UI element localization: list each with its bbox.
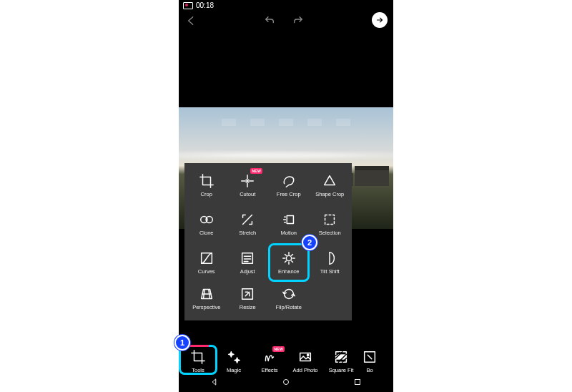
curves-icon xyxy=(199,250,214,266)
svg-point-9 xyxy=(307,354,308,356)
tiltshift-icon xyxy=(322,250,337,266)
active-underline xyxy=(187,345,209,347)
callout-1: 1 xyxy=(174,335,190,351)
tool-label: Cutout xyxy=(240,191,255,197)
svg-point-6 xyxy=(286,255,291,260)
nav-home-icon[interactable] xyxy=(281,377,291,390)
panel-spacer xyxy=(310,280,351,316)
squarefit-icon xyxy=(333,349,349,365)
tool-freecrop[interactable]: Free Crop xyxy=(268,166,310,205)
nav-recent-icon[interactable] xyxy=(352,377,363,390)
tool-perspective[interactable]: Perspective xyxy=(186,280,227,316)
tool-label: Flip/Rotate xyxy=(276,304,302,310)
tab-tools[interactable]: Tools xyxy=(180,349,216,373)
magic-icon xyxy=(226,349,242,365)
tab-border[interactable]: Bo xyxy=(359,349,380,373)
svg-point-13 xyxy=(284,380,289,385)
tab-label: Add Photo xyxy=(292,367,317,373)
tab-effects[interactable]: NEW Effects xyxy=(252,349,287,373)
tool-label: Curves xyxy=(198,268,215,275)
resize-icon xyxy=(240,286,255,302)
new-badge: NEW xyxy=(272,346,285,352)
selection-icon xyxy=(322,212,337,227)
tool-label: Motion xyxy=(280,230,297,236)
tool-resize[interactable]: Resize xyxy=(227,280,269,316)
record-icon xyxy=(183,2,193,9)
tool-label: Crop xyxy=(201,191,212,197)
tab-label: Magic xyxy=(227,367,241,373)
tool-label: Shape Crop xyxy=(315,191,344,197)
tool-label: Perspective xyxy=(192,304,220,310)
tool-adjust[interactable]: Adjust xyxy=(227,243,269,282)
tool-label: Stretch xyxy=(239,230,256,236)
tool-label: Free Crop xyxy=(277,191,301,197)
perspective-icon xyxy=(199,286,214,302)
svg-rect-3 xyxy=(325,215,335,225)
tool-label: Tilt Shift xyxy=(320,268,340,275)
crop-icon xyxy=(199,173,214,189)
tool-label: Clone xyxy=(199,230,214,236)
watermark-strip xyxy=(222,119,350,126)
back-arrow-icon[interactable] xyxy=(184,15,197,26)
tools-panel: Crop NEW Cutout Free Crop Shape Crop Clo… xyxy=(184,163,352,320)
tab-addphoto[interactable]: Add Photo xyxy=(287,349,323,373)
cutout-icon xyxy=(240,173,255,189)
tool-stretch[interactable]: Stretch xyxy=(227,205,269,243)
tool-fliprotate[interactable]: Flip/Rotate xyxy=(268,280,310,316)
tool-label: Selection xyxy=(319,230,341,236)
bottom-tab-bar: Tools Magic NEW Effects Add Photo Square… xyxy=(179,339,393,375)
nav-back-icon[interactable] xyxy=(209,377,220,390)
tool-shapecrop[interactable]: Shape Crop xyxy=(310,166,351,205)
android-nav-bar xyxy=(179,375,393,392)
freecrop-icon xyxy=(281,173,297,189)
tab-label: Bo xyxy=(366,367,373,373)
callout-2: 2 xyxy=(302,235,317,250)
tool-cutout[interactable]: NEW Cutout xyxy=(227,166,269,205)
enhance-icon xyxy=(281,250,297,266)
addphoto-icon xyxy=(297,349,313,365)
tool-curves[interactable]: Curves xyxy=(186,243,227,282)
app-top-bar xyxy=(179,11,393,31)
undo-icon[interactable] xyxy=(263,15,276,26)
tool-enhance[interactable]: Enhance xyxy=(268,243,310,282)
tool-crop[interactable]: Crop xyxy=(186,166,227,205)
svg-rect-14 xyxy=(355,380,360,385)
stretch-icon xyxy=(240,212,255,227)
tab-label: Square Fit xyxy=(329,367,354,373)
phone-frame: 00:18 Crop NEW Cutout xyxy=(179,0,393,392)
tool-label: Resize xyxy=(240,304,256,310)
adjust-icon xyxy=(240,250,255,266)
shapecrop-icon xyxy=(322,173,337,189)
border-icon xyxy=(362,349,378,365)
fliprotate-icon xyxy=(281,286,297,302)
redo-icon[interactable] xyxy=(292,15,305,26)
building-silhouette xyxy=(355,166,389,186)
status-bar: 00:18 xyxy=(179,0,393,11)
motion-icon xyxy=(281,212,297,227)
clone-icon xyxy=(199,212,214,227)
tab-magic[interactable]: Magic xyxy=(216,349,252,373)
forward-button[interactable] xyxy=(372,12,388,28)
status-time: 00:18 xyxy=(196,1,214,9)
tool-label: Enhance xyxy=(278,268,300,275)
svg-rect-2 xyxy=(287,216,293,224)
tool-label: Adjust xyxy=(240,268,255,275)
tab-label: Effects xyxy=(262,367,278,373)
tab-squarefit[interactable]: Square Fit xyxy=(323,349,359,373)
sky-cloud xyxy=(179,149,393,162)
tool-tiltshift[interactable]: Tilt Shift xyxy=(310,243,351,282)
tool-clone[interactable]: Clone xyxy=(186,205,227,243)
